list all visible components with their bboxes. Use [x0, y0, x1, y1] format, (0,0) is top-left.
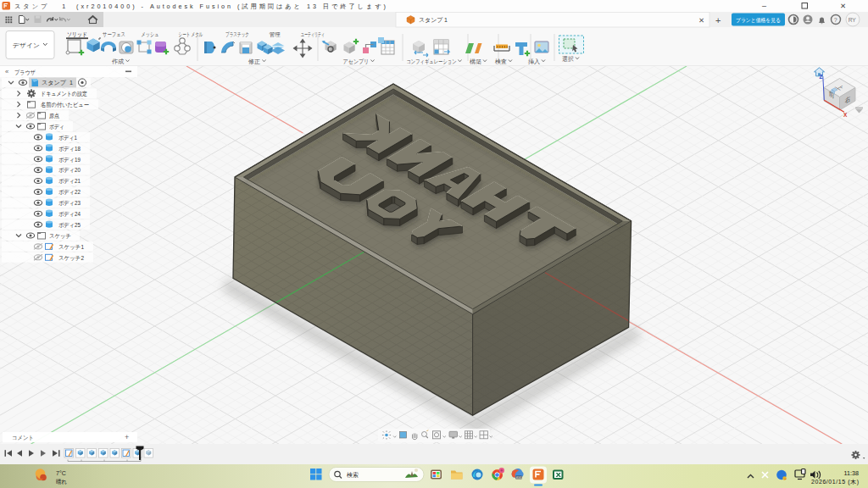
svg-text:スタンプ 1: スタンプ 1	[42, 80, 73, 86]
svg-text:2026/01/15 (木): 2026/01/15 (木)	[811, 479, 859, 485]
svg-text:スケッチ: スケッチ	[49, 233, 71, 239]
svg-text:修正: 修正	[248, 58, 260, 65]
svg-text:Z: Z	[820, 74, 823, 80]
svg-text:シート メタル: シート メタル	[179, 31, 203, 38]
svg-text:晴れ: 晴れ	[56, 479, 67, 485]
svg-text:ドキュメントの設定: ドキュメントの設定	[41, 91, 87, 97]
svg-text:+: +	[715, 15, 721, 25]
svg-text:挿入: 挿入	[528, 58, 540, 65]
svg-text:ボディ19: ボディ19	[58, 157, 81, 164]
svg-text:ボディ23: ボディ23	[58, 200, 81, 207]
svg-text:✕: ✕	[840, 2, 846, 10]
svg-text:構築: 構築	[470, 58, 481, 64]
svg-text:スケッチ2: スケッチ2	[58, 255, 84, 261]
svg-text:11:38: 11:38	[844, 469, 859, 477]
svg-text:管理: 管理	[270, 31, 281, 38]
svg-text:ブラウザ: ブラウザ	[14, 69, 36, 75]
svg-text:–: –	[762, 2, 766, 10]
svg-text:?: ?	[834, 17, 837, 23]
svg-text:検査: 検査	[495, 58, 507, 64]
svg-text:アセンブリ: アセンブリ	[343, 58, 370, 64]
svg-text:RY: RY	[849, 17, 857, 23]
svg-text:スケッチ1: スケッチ1	[58, 244, 84, 250]
svg-text:X: X	[843, 112, 848, 118]
svg-text:7°C: 7°C	[56, 470, 66, 476]
svg-text:原点: 原点	[49, 113, 59, 119]
svg-text:ボディ20: ボディ20	[58, 167, 81, 174]
svg-text:作成: 作成	[111, 58, 124, 64]
svg-text:ボディ25: ボディ25	[58, 222, 81, 229]
svg-text:サーフェス: サーフェス	[103, 31, 125, 37]
svg-text:プラスチック: プラスチック	[225, 31, 249, 37]
svg-text:ボディ1: ボディ1	[58, 135, 77, 141]
svg-text:メッシュ: メッシュ	[142, 31, 159, 37]
svg-text:コメント: コメント	[12, 435, 34, 441]
svg-text:✕: ✕	[698, 16, 704, 25]
svg-text:ユーティリティ: ユーティリティ	[301, 31, 325, 38]
svg-text:ボディ24: ボディ24	[58, 211, 81, 218]
svg-text:名前の付いたビュー: 名前の付いたビュー	[41, 102, 89, 108]
svg-text:ボディ: ボディ	[49, 124, 64, 130]
svg-text:«: «	[5, 68, 8, 75]
svg-text:スタンプ 1: スタンプ 1	[419, 17, 448, 24]
svg-text:プランと価格を見る: プランと価格を見る	[736, 17, 781, 24]
svg-text:コンフィギュレーション: コンフィギュレーション	[407, 58, 457, 65]
svg-text:デザイン: デザイン	[13, 42, 40, 48]
svg-text:検索: 検索	[347, 472, 359, 478]
svg-text:ボディ22: ボディ22	[58, 189, 81, 196]
svg-text:+: +	[125, 433, 129, 441]
svg-text:選択: 選択	[562, 55, 574, 62]
svg-text:ソリッド: ソリッド	[67, 31, 87, 37]
svg-text:ボディ21: ボディ21	[58, 178, 81, 185]
svg-text:ボディ18: ボディ18	[58, 146, 81, 152]
svg-text:M365: M365	[516, 476, 523, 480]
